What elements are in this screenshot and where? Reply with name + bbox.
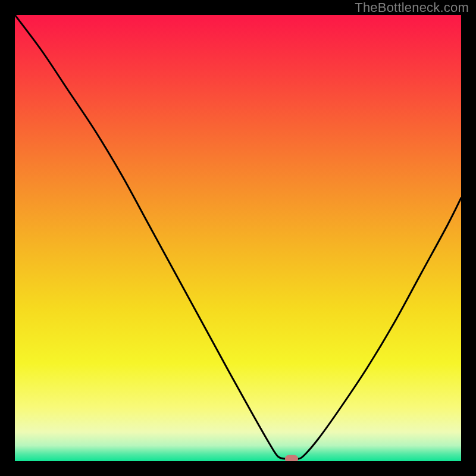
figure-container: TheBottleneck.com (0, 0, 476, 476)
optimal-point-marker (285, 455, 298, 461)
bottleneck-plot (15, 15, 461, 461)
heat-gradient-bg (15, 15, 461, 461)
watermark-label: TheBottleneck.com (355, 0, 469, 15)
